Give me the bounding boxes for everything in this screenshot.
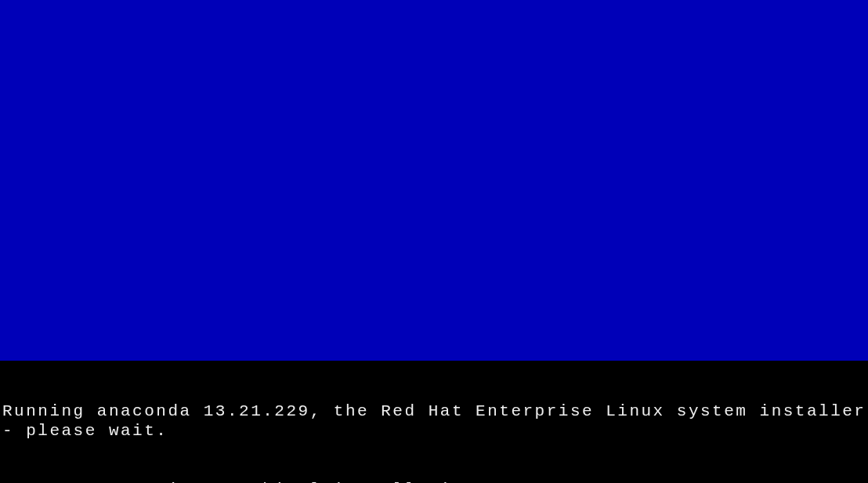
console-line: Running anaconda 13.21.229, the Red Hat … — [2, 401, 868, 441]
console-output: Running anaconda 13.21.229, the Red Hat … — [0, 361, 868, 483]
console-line: 15:25:14 Starting graphical installation… — [2, 480, 868, 483]
installer-blue-screen — [0, 0, 868, 361]
